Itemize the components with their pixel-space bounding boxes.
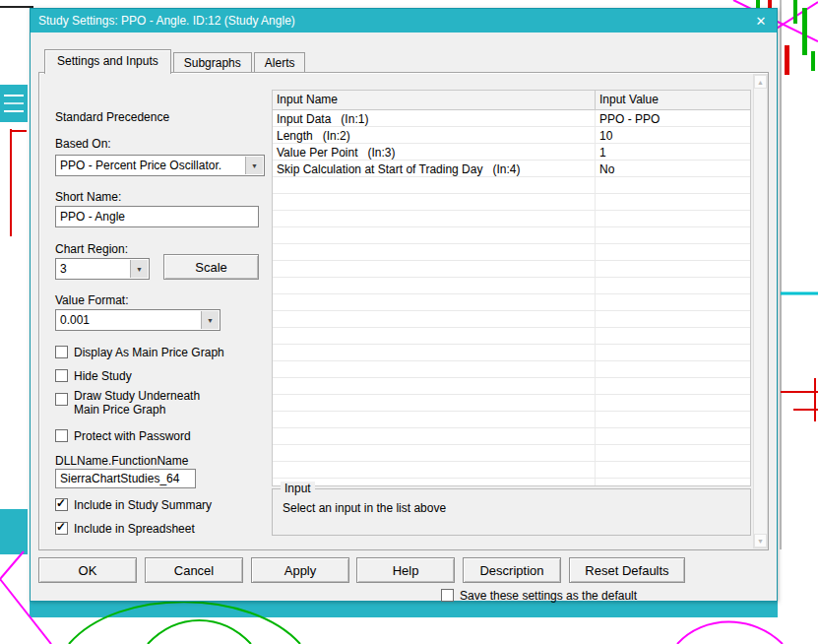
inputs-table-body: Input Data (In:1) PPO - PPO Length (In:2… (273, 110, 750, 485)
checkbox-label: Include in Spreadsheet (74, 522, 195, 536)
cell-input-value: 1 (596, 146, 750, 160)
checkbox-label: Include in Study Summary (74, 498, 212, 512)
dialog-titlebar[interactable]: Study Settings: PPO - Angle. ID:12 (Stud… (31, 9, 777, 32)
table-row[interactable]: Skip Calculation at Start of Trading Day… (273, 161, 750, 177)
table-row[interactable]: Input Data (In:1) PPO - PPO (273, 110, 750, 127)
checkmark-icon: ✓ (56, 520, 66, 534)
study-settings-dialog: Study Settings: PPO - Angle. ID:12 (Stud… (30, 8, 778, 602)
checkbox-box: ✓ (55, 369, 68, 382)
value-format-select[interactable]: 0.001 ▼ (55, 309, 220, 331)
cell-input-value: 10 (596, 129, 750, 143)
inputs-table-header: Input Name Input Value (273, 91, 750, 110)
help-button[interactable]: Help (356, 557, 455, 583)
short-name-input[interactable] (55, 206, 259, 227)
cell-input-value: PPO - PPO (596, 112, 750, 126)
column-header-input-name[interactable]: Input Name (273, 91, 596, 109)
scale-button[interactable]: Scale (163, 254, 259, 280)
dialog-title: Study Settings: PPO - Angle. ID:12 (Stud… (38, 14, 295, 28)
checkbox-box: ✓ (55, 522, 68, 535)
dll-name-label: DLLName.FunctionName (55, 454, 188, 468)
checkbox-protect-with-password[interactable]: ✓ Protect with Password (55, 429, 191, 443)
checkbox-box: ✓ (441, 589, 454, 602)
standard-precedence-text: Standard Precedence (55, 110, 169, 124)
tab-settings-and-inputs[interactable]: Settings and Inputs (44, 49, 171, 74)
based-on-select[interactable]: PPO - Percent Price Oscillator. ▼ (55, 155, 265, 176)
table-row[interactable]: Value Per Point (In:3) 1 (273, 144, 750, 161)
tab-subgraphs[interactable]: Subgraphs (173, 52, 252, 72)
checkbox-save-as-default[interactable]: ✓ Save these settings as the default (441, 589, 637, 603)
based-on-value: PPO - Percent Price Oscillator. (60, 159, 221, 172)
checkbox-include-in-study-summary[interactable]: ✓ Include in Study Summary (55, 498, 212, 512)
reset-defaults-button[interactable]: Reset Defaults (569, 557, 685, 583)
chart-region-label: Chart Region: (55, 242, 128, 256)
checkbox-display-as-main-price-graph[interactable]: ✓ Display As Main Price Graph (55, 346, 224, 359)
checkmark-icon: ✓ (56, 496, 66, 510)
table-row[interactable]: Length (In:2) 10 (273, 127, 750, 144)
dropdown-arrow-icon[interactable]: ▼ (130, 260, 148, 278)
input-groupbox-legend: Input (281, 482, 315, 495)
tab-alerts[interactable]: Alerts (254, 52, 306, 72)
close-icon: ✕ (756, 14, 767, 29)
based-on-label: Based On: (55, 137, 111, 151)
checkbox-box: ✓ (55, 498, 68, 511)
cell-input-name: Value Per Point (In:3) (273, 146, 596, 160)
scroll-up-icon[interactable]: ▲ (754, 75, 767, 89)
scrollbar-track[interactable]: ▲ ▼ (753, 74, 768, 548)
screen: Study Settings: PPO - Angle. ID:12 (Stud… (0, 0, 818, 644)
checkbox-box: ✓ (55, 429, 68, 442)
cell-input-name: Length (In:2) (273, 129, 596, 143)
checkbox-hide-study[interactable]: ✓ Hide Study (55, 369, 132, 383)
dll-name-input[interactable] (55, 469, 196, 488)
checkbox-label: Display As Main Price Graph (74, 346, 224, 359)
checkbox-box: ✓ (55, 393, 68, 406)
checkbox-label: Hide Study (74, 369, 132, 383)
short-name-label: Short Name: (55, 190, 121, 204)
value-format-label: Value Format: (55, 293, 128, 307)
dropdown-arrow-icon[interactable]: ▼ (245, 157, 263, 174)
tab-bar: Settings and Inputs Subgraphs Alerts (44, 49, 307, 73)
apply-button[interactable]: Apply (251, 557, 349, 583)
chart-region-value: 3 (60, 262, 67, 276)
checkbox-draw-study-underneath[interactable]: ✓ Draw Study Underneath Main Price Graph (55, 389, 217, 417)
cancel-button[interactable]: Cancel (145, 557, 243, 583)
scroll-down-icon[interactable]: ▼ (754, 534, 767, 547)
ok-button[interactable]: OK (38, 557, 137, 583)
description-button[interactable]: Description (463, 557, 561, 583)
checkbox-label: Save these settings as the default (460, 589, 637, 603)
checkbox-label: Protect with Password (74, 429, 191, 443)
checkbox-label: Draw Study Underneath Main Price Graph (74, 389, 217, 417)
checkbox-include-in-spreadsheet[interactable]: ✓ Include in Spreadsheet (55, 522, 195, 536)
chart-region-select[interactable]: 3 ▼ (55, 258, 150, 280)
inputs-table: Input Name Input Value Input Data (In:1)… (272, 90, 751, 486)
close-button[interactable]: ✕ (747, 9, 775, 32)
value-format-value: 0.001 (60, 313, 90, 327)
input-groupbox-hint: Select an input in the list above (283, 501, 446, 515)
input-groupbox: Input Select an input in the list above (272, 488, 751, 536)
cell-input-value: No (596, 162, 750, 176)
cell-input-name: Input Data (In:1) (273, 112, 596, 126)
cell-input-name: Skip Calculation at Start of Trading Day… (273, 162, 596, 176)
dropdown-arrow-icon[interactable]: ▼ (201, 311, 219, 329)
checkbox-box: ✓ (55, 346, 68, 358)
column-header-input-value[interactable]: Input Value (596, 91, 750, 109)
